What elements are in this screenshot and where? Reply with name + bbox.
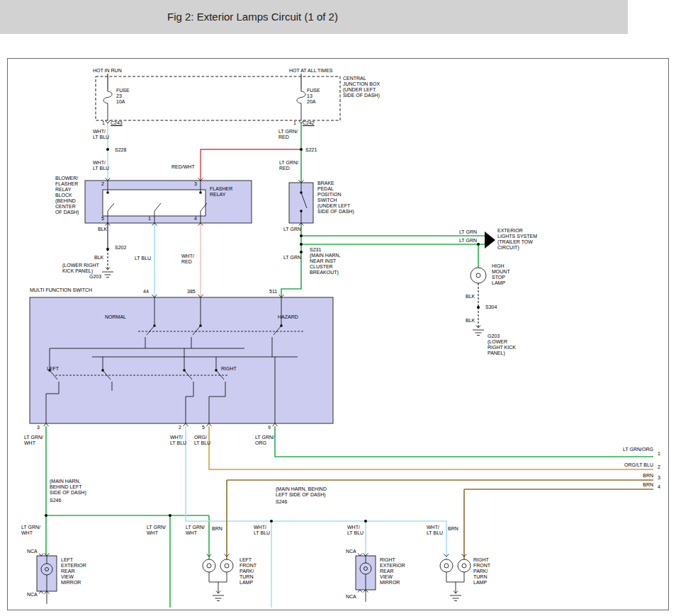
label-nca-2: NCA (27, 592, 38, 598)
left-lamp-pin-icons (207, 554, 230, 557)
relay-pin-2: 2 (101, 181, 104, 187)
wire-label-lt-grn-wht-4: LT GRN/ WHT (186, 525, 205, 536)
wire-label-red-wht: RED/WHT (171, 164, 195, 170)
splice-label-s221: S221 (305, 147, 317, 153)
wire-label-lt-grn-wht-2: LT GRN/ WHT (21, 525, 40, 536)
splice-label-s228: S228 (115, 147, 126, 153)
wire-label-blk-3: BLK (466, 294, 475, 300)
wire-label-wht-red: WHT/ RED (181, 253, 194, 265)
wire-label-lt-grn-wht-3: LT GRN/ WHT (147, 525, 166, 536)
label-multi-function-switch: MULTI FUNCTION SWITCH (30, 287, 92, 293)
label-c243-pin: 1 (102, 120, 105, 126)
wire-label-lt-grn-4: LT GRN (459, 238, 477, 244)
relay-pin-3: 3 (194, 181, 197, 187)
central-junction-box (96, 76, 340, 120)
label-c243: C243 (111, 120, 123, 126)
wire-label-lt-grn-2: LT GRN (283, 255, 301, 261)
label-right: RIGHT (221, 366, 237, 372)
label-relay-block: BLOWER/ FLASHER RELAY BLOCK (BEHIND CENT… (55, 176, 79, 215)
splice-label-s202: S202 (115, 245, 126, 251)
wire-label-brn-4: BRN (448, 526, 458, 532)
wire-label-wht-lt-blu-5: WHT/ LT BLU (347, 525, 364, 536)
label-central-junction-box: CENTRAL JUNCTION BOX (UNDER LEFT SIDE OF… (343, 76, 380, 98)
label-fuse-23: FUSE 23 10A (116, 88, 130, 105)
wiring-diagram-page: Fig 2: Exterior Lamps Circuit (1 of 2) (0, 0, 676, 616)
mfs-pin-5: 5 (202, 425, 205, 430)
wire-label-lt-grn-wht-1: LT GRN/ WHT (24, 435, 43, 446)
splice-label-s304: S304 (485, 304, 497, 310)
mfs-pin-511: 511 (269, 289, 277, 295)
label-hot-at-all-times: HOT AT ALL TIMES (289, 68, 332, 74)
label-main-harn-1: (MAIN HARN, BEHIND LEFT SIDE OF DASH) (50, 479, 86, 496)
fuse-13-symbol (297, 89, 305, 120)
wire-label-lt-grn-1: LT GRN (283, 227, 301, 232)
right-lamp-bulb-2 (458, 559, 471, 572)
wire-label-lt-grn-red-1: LT GRN/ RED (278, 129, 298, 140)
wire-label-org-lt-blu-2: ORG/LT BLU (595, 462, 653, 468)
wire-label-blk-1: BLK (98, 227, 107, 232)
label-left: LEFT (47, 366, 59, 372)
wire-label-wht-lt-blu-6: WHT/ LT BLU (427, 525, 443, 536)
relay-pin-1: 1 (148, 216, 151, 222)
fuse-23-symbol (103, 89, 112, 120)
mfs-pin-385: 385 (187, 289, 196, 295)
left-lamp-bulb-2 (220, 559, 233, 572)
label-hot-in-run: HOT IN RUN (93, 68, 122, 74)
wire-label-wht-lt-blu-4: WHT/ LT BLU (254, 525, 270, 536)
label-c242-pin: 1 (293, 120, 296, 126)
wire-label-lt-grn-org-1: LT GRN/ ORG (255, 435, 274, 446)
trailer-tow-arrow-icon (485, 232, 495, 249)
label-nca-4: NCA (346, 594, 356, 600)
wire-label-wht-lt-blu-1: WHT/ LT BLU (93, 129, 109, 140)
ground-label-g203-2: G203 (LOWER RIGHT KICK PANEL) (488, 333, 516, 356)
label-left-front-lamp: LEFT FRONT PARK/ TURN LAMP (240, 557, 257, 586)
label-brake-switch: BRAKE PEDAL POSITION SWITCH (UNDER LEFT … (317, 181, 354, 215)
splice-label-s246-1: S246 (50, 498, 61, 503)
label-flasher-relay: FLASHER RELAY (210, 186, 232, 198)
mfs-pin-2: 2 (179, 425, 181, 430)
relay-pin-5: 5 (101, 216, 104, 222)
ground-label-g203-1: G203 (89, 274, 101, 280)
label-exterior-lights-system: EXTERIOR LIGHTS SYSTEM (TRAILER TOW CIRC… (497, 228, 537, 251)
wire-label-brn-2: BRN (626, 482, 653, 488)
label-right-front-lamp: RIGHT FRONT PARK/ TURN LAMP (473, 557, 490, 586)
label-nca-3: NCA (346, 549, 356, 554)
label-right-mirror: RIGHT EXTERIOR REAR VIEW MIRROR (380, 557, 405, 586)
label-nca-1: NCA (27, 549, 38, 554)
label-normal: NORMAL (105, 314, 126, 320)
wire-label-lt-grn-org-2: LT GRN/ORG (595, 447, 653, 452)
wire-label-org-lt-blu-1: ORG/ LT BLU (194, 435, 210, 446)
mfs-pin-9: 9 (268, 425, 271, 430)
label-high-mount-stop-lamp: HIGH MOUNT STOP LAMP (492, 263, 510, 286)
wire-label-blk-4: BLK (466, 318, 475, 324)
wire-label-blk-2: BLK (94, 255, 103, 261)
left-lamp-bulb-1 (203, 559, 215, 572)
splice-label-s246-2: S246 (276, 499, 287, 505)
mfs-pin-3: 3 (37, 425, 40, 430)
wiring-diagram-canvas (0, 0, 676, 616)
wire-label-wht-lt-blu-3: WHT/ LT BLU (170, 435, 186, 446)
wire-label-brn-3: BRN (212, 526, 222, 532)
org-lt-blu-wire (209, 426, 653, 469)
label-fuse-13: FUSE 13 20A (307, 88, 320, 105)
mfs-pin-44: 44 (143, 289, 149, 295)
connector-pin-2: 2 (658, 464, 660, 470)
flasher-relay-box (103, 190, 205, 216)
wire-label-lt-blu: LT BLU (135, 256, 151, 261)
wire-label-brn-1: BRN (626, 473, 653, 479)
wire-label-wht-lt-blu-2: WHT/ LT BLU (93, 160, 109, 171)
connector-pin-3: 3 (658, 475, 660, 481)
label-left-mirror: LEFT EXTERIOR REAR VIEW MIRROR (61, 557, 86, 586)
connector-pin-1: 1 (658, 451, 660, 457)
c243-connector-icon (106, 120, 111, 123)
connector-pin-4: 4 (658, 484, 660, 490)
wire-label-lt-grn-3: LT GRN (459, 229, 477, 235)
relay-pin-4: 4 (194, 216, 197, 222)
label-lower-right-kick: (LOWER RIGHT KICK PANEL) (62, 263, 99, 274)
label-hazard: HAZARD (278, 314, 298, 320)
right-lamp-bulb-1 (440, 559, 453, 572)
right-lamp-pin-icons (444, 554, 467, 557)
high-mount-bulb (471, 268, 486, 283)
wire-label-lt-grn-red-2: LT GRN/ RED (279, 160, 298, 171)
label-main-harn-2: (MAIN HARN, BEHIND LEFT SIDE OF DASH) (276, 486, 327, 498)
